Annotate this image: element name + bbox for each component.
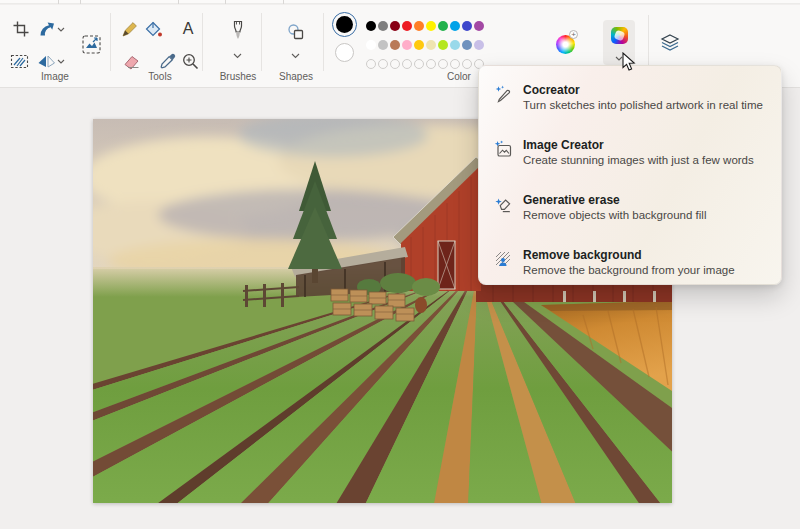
color-swatch[interactable] <box>390 40 400 50</box>
clipped-menu-row <box>0 0 800 4</box>
cocreator-icon <box>494 85 512 103</box>
menu-item-title: Generative erase <box>523 193 706 208</box>
menu-item-text: Image Creator Create stunning images wit… <box>523 138 754 167</box>
menu-item-subtitle: Create stunning images with just a few w… <box>523 153 754 167</box>
text-tool-button[interactable]: A <box>177 18 199 40</box>
group-divider <box>110 13 111 71</box>
empty-color-slot[interactable] <box>390 59 400 69</box>
color-swatch[interactable] <box>426 21 436 31</box>
menu-item-subtitle: Turn sketches into polished artwork in r… <box>523 98 763 112</box>
color-swatch[interactable] <box>390 21 400 31</box>
color-swatch[interactable] <box>450 40 460 50</box>
color-swatch[interactable] <box>462 40 472 50</box>
empty-color-slot[interactable] <box>450 59 460 69</box>
image-group-label: Image <box>19 71 91 82</box>
menu-item-subtitle: Remove the background from your image <box>523 263 735 277</box>
shapes-icon <box>286 22 306 42</box>
eraser-icon <box>122 52 141 71</box>
color-swatch[interactable] <box>366 40 376 50</box>
menu-item-subtitle: Remove objects with background fill <box>523 208 706 222</box>
color-swatch[interactable] <box>414 21 424 31</box>
pencil-button[interactable] <box>119 18 141 40</box>
brushes-dropdown-chevron[interactable] <box>233 52 242 59</box>
shapes-button[interactable] <box>285 21 307 43</box>
menu-item-title: Remove background <box>523 248 735 263</box>
generative-erase-icon <box>494 195 512 213</box>
color-picker-button[interactable] <box>157 50 179 72</box>
fill-icon <box>144 20 163 39</box>
flip-button[interactable] <box>35 50 57 72</box>
menu-item-generative-erase[interactable]: Generative erase Remove objects with bac… <box>479 181 781 236</box>
menu-item-title: Image Creator <box>523 138 754 153</box>
flip-icon <box>37 52 56 71</box>
color1-swatch <box>336 16 353 33</box>
empty-color-slot[interactable] <box>426 59 436 69</box>
color-swatch[interactable] <box>438 21 448 31</box>
resize-button[interactable] <box>80 33 102 55</box>
paint-window: Image A <box>0 0 800 529</box>
text-tool-icon: A <box>183 20 194 38</box>
magnifier-button[interactable] <box>179 50 201 72</box>
group-divider <box>648 15 649 71</box>
empty-color-slot[interactable] <box>402 59 412 69</box>
crop-button[interactable] <box>10 18 32 40</box>
brush-icon <box>229 20 247 42</box>
empty-color-slot[interactable] <box>462 59 472 69</box>
color-swatch[interactable] <box>402 40 412 50</box>
color1-selected[interactable] <box>332 12 357 37</box>
color-swatch[interactable] <box>450 21 460 31</box>
empty-color-slot[interactable] <box>438 59 448 69</box>
shapes-group-label: Shapes <box>260 71 332 82</box>
menu-item-text: Cocreator Turn sketches into polished ar… <box>523 83 763 112</box>
copilot-icon <box>611 27 628 44</box>
color-swatch[interactable] <box>426 40 436 50</box>
menu-item-text: Remove background Remove the background … <box>523 248 735 277</box>
color-swatch[interactable] <box>414 40 424 50</box>
select-icon <box>10 53 29 70</box>
color-swatch[interactable] <box>378 21 388 31</box>
resize-icon <box>81 34 102 55</box>
crop-icon <box>12 20 30 38</box>
color-swatch[interactable] <box>366 21 376 31</box>
copilot-dropdown-menu: Cocreator Turn sketches into polished ar… <box>478 65 782 285</box>
rotate-icon <box>37 20 56 39</box>
color-picker-icon <box>159 52 177 70</box>
empty-color-slot[interactable] <box>378 59 388 69</box>
pencil-icon <box>121 20 139 38</box>
tools-group-label: Tools <box>124 71 196 82</box>
empty-color-slot[interactable] <box>414 59 424 69</box>
rotate-dropdown-chevron[interactable] <box>56 26 65 33</box>
mouse-cursor <box>622 52 637 76</box>
layers-icon <box>660 33 680 53</box>
select-button[interactable] <box>8 50 30 72</box>
group-divider <box>261 13 262 71</box>
add-color-icon: + <box>569 30 578 39</box>
brushes-button[interactable] <box>227 20 249 42</box>
magnifier-icon <box>181 52 200 71</box>
menu-item-cocreator[interactable]: Cocreator Turn sketches into polished ar… <box>479 71 781 126</box>
color-swatch[interactable] <box>462 21 472 31</box>
color-swatch[interactable] <box>474 21 484 31</box>
menu-item-text: Generative erase Remove objects with bac… <box>523 193 706 222</box>
empty-color-slot[interactable] <box>366 59 376 69</box>
group-divider <box>202 13 203 71</box>
menu-item-image-creator[interactable]: Image Creator Create stunning images wit… <box>479 126 781 181</box>
color-swatch[interactable] <box>438 40 448 50</box>
menu-item-remove-background[interactable]: Remove background Remove the background … <box>479 236 781 291</box>
eraser-button[interactable] <box>120 50 142 72</box>
color-swatch[interactable] <box>378 40 388 50</box>
layers-button[interactable] <box>659 32 681 54</box>
shapes-dropdown-chevron[interactable] <box>291 52 300 59</box>
fill-button[interactable] <box>142 18 164 40</box>
image-creator-icon <box>494 140 512 158</box>
color-swatch[interactable] <box>474 40 484 50</box>
flip-dropdown-chevron[interactable] <box>56 58 65 65</box>
color-swatch[interactable] <box>402 21 412 31</box>
color2-swatch[interactable] <box>335 43 354 62</box>
group-divider <box>323 13 324 71</box>
menu-item-title: Cocreator <box>523 83 763 98</box>
remove-background-icon <box>494 250 512 268</box>
rotate-button[interactable] <box>35 18 57 40</box>
